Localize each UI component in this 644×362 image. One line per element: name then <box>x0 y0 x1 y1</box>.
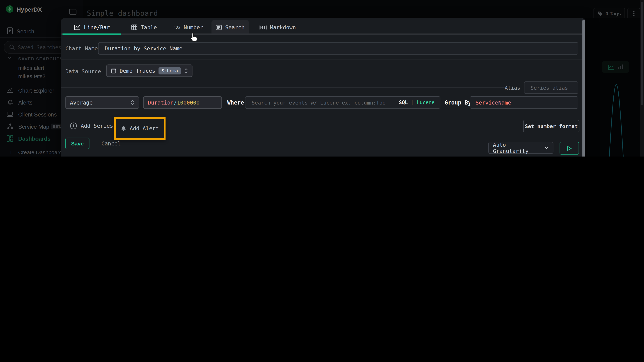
edit-chart-modal: Line/Bar Table 123 Number Search Markdow… <box>61 18 585 157</box>
tab-line-bar[interactable]: Line/Bar <box>62 21 121 34</box>
alias-label: Alias <box>502 85 520 91</box>
chart-run-button[interactable] <box>560 142 579 155</box>
bell-icon <box>121 125 126 132</box>
group-by-label: Group By <box>444 99 471 106</box>
tabs-track <box>61 33 585 35</box>
database-icon <box>111 68 116 73</box>
where-label: Where <box>227 99 244 106</box>
tab-table[interactable]: Table <box>124 21 163 34</box>
data-source-label: Data Source <box>66 68 101 74</box>
add-alert-highlight: Add Alert <box>114 117 166 140</box>
group-by-value: ServiceName <box>476 99 511 106</box>
number-token: 1000000 <box>177 99 200 106</box>
app-viewport: HyperDX Search Saved Searches SAVED SEAR… <box>0 0 644 157</box>
select-updown-icon <box>184 68 188 73</box>
chart-name-input[interactable] <box>98 42 578 54</box>
play-icon <box>567 146 572 151</box>
number-123-icon: 123 <box>174 25 180 29</box>
add-series-button[interactable]: Add Series <box>70 122 113 129</box>
chart-name-label: Chart Name <box>66 45 98 52</box>
alias-input[interactable] <box>524 81 578 94</box>
mouse-cursor <box>190 32 199 43</box>
set-number-format-button[interactable]: Set number format <box>523 120 580 132</box>
field-expression-input[interactable]: Duration/1000000 <box>143 96 222 109</box>
modal-scrollbar[interactable] <box>582 18 585 157</box>
tab-number[interactable]: 123 Number <box>168 21 209 34</box>
select-updown-icon <box>131 100 134 105</box>
where-search-input[interactable]: SQL | Lucene <box>245 96 440 109</box>
chevron-down-icon <box>544 146 549 149</box>
granularity-select[interactable]: Auto Granularity <box>488 142 553 154</box>
save-button[interactable]: Save <box>66 138 90 149</box>
field-token: Duration <box>148 99 174 106</box>
aggregation-operator-select[interactable]: Average <box>66 96 139 109</box>
lucene-mode-button[interactable]: Lucene <box>417 100 434 105</box>
add-alert-button[interactable]: Add Alert <box>121 125 159 132</box>
table-icon <box>131 24 138 30</box>
line-chart-icon <box>74 24 80 30</box>
tab-markdown[interactable]: Markdown <box>253 21 303 34</box>
cancel-button[interactable]: Cancel <box>102 141 121 147</box>
active-tab-underline <box>62 33 121 35</box>
markdown-icon <box>260 25 266 30</box>
sql-mode-button[interactable]: SQL <box>399 100 408 105</box>
data-source-value: Demo Traces <box>120 68 155 74</box>
list-icon <box>216 25 222 30</box>
plus-circle-icon <box>70 122 77 129</box>
schema-badge: Schema <box>159 67 181 74</box>
operator-token: / <box>174 99 177 106</box>
group-by-input[interactable]: ServiceName <box>470 96 578 109</box>
tab-search[interactable]: Search <box>212 20 249 34</box>
mode-separator: | <box>411 100 414 105</box>
modal-scrollbar-thumb[interactable] <box>582 20 585 157</box>
data-source-select[interactable]: Demo Traces Schema <box>106 64 192 77</box>
